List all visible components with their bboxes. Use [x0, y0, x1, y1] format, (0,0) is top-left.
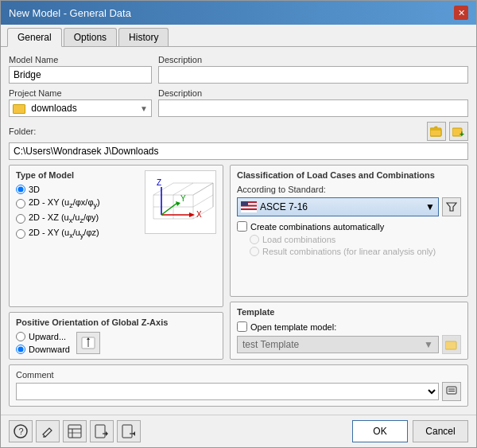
- load-combinations-row: Load combinations: [250, 235, 461, 244]
- type-2dxz-radio[interactable]: [16, 214, 25, 224]
- type-3d-row: 3D: [16, 185, 140, 194]
- template-browse-btn: [442, 335, 461, 354]
- comment-icon: [446, 386, 457, 397]
- template-panel: Template Open template model: test Templ…: [230, 302, 468, 360]
- z-upward-row: Upward...: [16, 332, 70, 341]
- load-classification-panel: Classification of Load Cases and Combina…: [230, 165, 468, 297]
- folder-add-btn[interactable]: +: [449, 122, 468, 141]
- type-2dxy-row: 2D - XY (uz/φx/φy): [16, 197, 140, 209]
- z-axis-title: Positive Orientation of Global Z-Axis: [16, 317, 216, 327]
- svg-rect-31: [445, 341, 456, 349]
- load-combinations-radio[interactable]: [250, 235, 259, 244]
- project-desc-input[interactable]: [158, 99, 468, 117]
- bottom-bar: ?: [1, 415, 476, 447]
- svg-rect-32: [447, 387, 456, 394]
- folder-row: Folder: +: [9, 122, 468, 160]
- type-model-options: 3D 2D - XY (uz/φx/φy) 2D - XZ (ux/uz/φy): [16, 185, 140, 240]
- tabs-container: General Options History: [1, 25, 476, 47]
- z-upward-label: Upward...: [29, 332, 66, 341]
- folder-add-icon: +: [452, 126, 465, 137]
- z-axis-options: Upward... Downward: [16, 332, 70, 354]
- comment-btn[interactable]: [442, 382, 461, 401]
- filter-icon: [446, 201, 457, 212]
- model-name-input[interactable]: [9, 66, 152, 84]
- project-desc-label: Description: [158, 88, 468, 98]
- type-model-title: Type of Model: [16, 170, 140, 180]
- z-axis-icon: [80, 336, 96, 350]
- left-panels: Type of Model 3D 2D - XY (uz/φx/φy): [9, 165, 223, 360]
- standard-flag: [241, 201, 260, 213]
- edit-button[interactable]: [36, 420, 60, 442]
- standard-value: ASCE 7-16: [260, 201, 308, 212]
- type-2dxz-row: 2D - XZ (ux/uz/φy): [16, 212, 140, 224]
- project-name-wrapper: Project Name downloads ▼: [9, 88, 152, 117]
- y-label: Y: [180, 194, 186, 203]
- comment-input-row: [16, 382, 461, 401]
- dialog-new-model: New Model - General Data ✕ General Optio…: [0, 0, 477, 448]
- combinations-options: Load combinations Result combinations (f…: [237, 235, 461, 256]
- description-input[interactable]: [158, 66, 468, 84]
- folder-icon: [13, 104, 25, 114]
- project-desc-group: Description: [158, 88, 468, 117]
- z-downward-radio[interactable]: [16, 345, 25, 354]
- project-select[interactable]: downloads ▼: [9, 99, 152, 117]
- template-title: Template: [237, 307, 461, 317]
- svg-marker-47: [133, 431, 135, 436]
- project-dropdown-arrow: ▼: [140, 104, 148, 113]
- folder-path-input[interactable]: [9, 142, 468, 160]
- main-content: Model Name Description Project Name down…: [1, 47, 476, 415]
- folder-browse-btn[interactable]: [427, 122, 446, 141]
- filter-button[interactable]: [442, 197, 461, 216]
- svg-text:?: ?: [19, 427, 24, 436]
- z-label: Z: [157, 178, 161, 187]
- type-2dxz-label: 2D - XZ (ux/uz/φy): [29, 212, 99, 224]
- template-select: test Template ▼: [237, 336, 439, 353]
- description-label: Description: [158, 55, 468, 64]
- standard-label: According to Standard:: [237, 185, 461, 194]
- z-downward-label: Downward: [29, 345, 70, 354]
- open-template-label: Open template model:: [250, 322, 336, 332]
- svg-marker-30: [447, 203, 456, 211]
- type-3d-label: 3D: [29, 185, 40, 194]
- tab-general[interactable]: General: [7, 28, 62, 47]
- z-upward-radio[interactable]: [16, 332, 25, 341]
- svg-marker-44: [106, 431, 108, 436]
- model-name-row: Model Name Description: [9, 55, 468, 84]
- open-template-checkbox[interactable]: [237, 321, 247, 332]
- svg-rect-28: [241, 208, 257, 210]
- type-2dxy-radio[interactable]: [16, 199, 25, 208]
- result-combinations-radio[interactable]: [250, 247, 259, 256]
- tab-options[interactable]: Options: [64, 28, 117, 46]
- table-button[interactable]: [63, 420, 87, 442]
- comment-select[interactable]: [16, 383, 439, 400]
- close-button[interactable]: ✕: [454, 6, 468, 20]
- project-select-value: downloads: [13, 103, 77, 114]
- ok-button[interactable]: OK: [352, 420, 408, 442]
- svg-line-15: [193, 195, 213, 207]
- svg-text:+: +: [460, 130, 464, 137]
- help-button[interactable]: ?: [9, 420, 33, 442]
- edit-icon: [41, 425, 54, 438]
- right-panels: Classification of Load Cases and Combina…: [230, 165, 468, 360]
- standard-select[interactable]: ASCE 7-16 ▼: [237, 197, 439, 216]
- export-button[interactable]: [90, 420, 114, 442]
- title-bar-text: New Model - General Data: [9, 7, 131, 19]
- template-browse-icon: [445, 339, 458, 350]
- load-class-title: Classification of Load Cases and Combina…: [237, 170, 461, 180]
- type-2dxy2-radio[interactable]: [16, 229, 25, 239]
- cancel-button[interactable]: Cancel: [413, 420, 468, 442]
- template-dropdown-arrow: ▼: [424, 339, 433, 350]
- create-combinations-checkbox[interactable]: [237, 221, 247, 232]
- title-bar: New Model - General Data ✕: [1, 1, 476, 25]
- type-3d-radio[interactable]: [16, 185, 25, 194]
- comment-panel: Comment: [9, 364, 468, 407]
- create-combinations-label: Create combinations automatically: [250, 222, 384, 232]
- import-button[interactable]: [117, 420, 141, 442]
- svg-line-18: [193, 183, 213, 195]
- z-axis-image-btn[interactable]: [76, 332, 100, 354]
- x-arrow: [189, 212, 195, 217]
- result-combinations-row: Result combinations (for linear analysis…: [250, 247, 461, 256]
- project-row: Project Name downloads ▼ Description: [9, 88, 468, 117]
- svg-line-21: [161, 203, 177, 215]
- tab-history[interactable]: History: [118, 28, 169, 46]
